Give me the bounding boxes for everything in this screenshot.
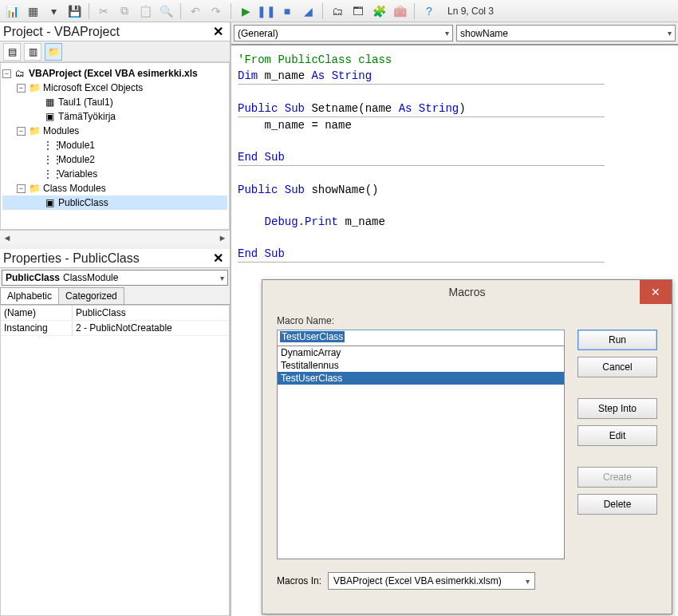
view-folder-icon[interactable]: 📁 xyxy=(45,43,62,61)
folder-icon: 📁 xyxy=(28,82,41,93)
group-label: Modules xyxy=(43,125,79,136)
item-label: TämäTyökirja xyxy=(58,111,116,122)
tab-categorized[interactable]: Categorized xyxy=(58,287,124,304)
close-icon[interactable]: ✕ xyxy=(210,251,227,266)
delete-button[interactable]: Delete xyxy=(577,494,657,515)
item-label: Module1 xyxy=(58,140,95,151)
tree-item-module2[interactable]: ⋮⋮ Module2 xyxy=(2,152,227,167)
chevron-down-icon: ▾ xyxy=(526,577,530,586)
help-icon[interactable]: ? xyxy=(420,2,438,20)
collapse-icon[interactable]: − xyxy=(17,184,26,193)
design-icon[interactable]: ◢ xyxy=(299,2,317,20)
tree-group-class-modules[interactable]: − 📁 Class Modules xyxy=(2,181,227,195)
tree-item-module1[interactable]: ⋮⋮ Module1 xyxy=(2,138,227,152)
tree-item-publicclass[interactable]: ▣ PublicClass xyxy=(2,195,227,210)
property-key: (Name) xyxy=(1,306,73,320)
copy-icon[interactable]: ⧉ xyxy=(116,2,133,20)
object-name: PublicClass xyxy=(6,272,60,283)
save-icon[interactable]: 💾 xyxy=(65,2,83,20)
separator xyxy=(89,3,89,19)
collapse-icon[interactable]: − xyxy=(2,69,11,78)
separator xyxy=(180,3,181,19)
create-button[interactable]: Create xyxy=(577,467,657,488)
list-item[interactable]: Testitallennus xyxy=(278,359,564,372)
project-icon[interactable]: 🗂 xyxy=(329,2,346,20)
tree-item-taul1[interactable]: ▦ Taul1 (Taul1) xyxy=(2,95,227,109)
project-tree[interactable]: − 🗂 VBAProject (Excel VBA esimerkki.xls … xyxy=(0,62,230,230)
redo-icon[interactable]: ↷ xyxy=(207,2,225,20)
tree-item-variables[interactable]: ⋮⋮ Variables xyxy=(2,167,227,181)
macros-dialog: Macros ✕ Macro Name: TestUserClass Dynam… xyxy=(262,279,672,614)
cut-icon[interactable]: ✂ xyxy=(95,2,112,20)
excel-icon[interactable]: 📊 xyxy=(3,2,21,20)
workbook-icon: ▣ xyxy=(43,111,56,122)
step-into-button[interactable]: Step Into xyxy=(577,398,657,419)
properties-icon[interactable]: 🗔 xyxy=(349,2,367,20)
scroll-left-icon[interactable]: ◄ xyxy=(2,233,13,243)
tree-group-excel-objects[interactable]: − 📁 Microsoft Excel Objects xyxy=(2,81,227,95)
list-item[interactable]: TestUserClass xyxy=(278,372,564,385)
close-icon[interactable]: ✕ xyxy=(210,24,227,39)
run-icon[interactable]: ▶ xyxy=(237,2,254,20)
view-object-icon[interactable]: ▥ xyxy=(24,43,41,61)
collapse-icon[interactable]: − xyxy=(17,127,26,136)
tree-root[interactable]: − 🗂 VBAProject (Excel VBA esimerkki.xls xyxy=(2,66,227,81)
macro-name-input[interactable]: TestUserClass xyxy=(277,330,565,346)
view-icon[interactable]: ▦ xyxy=(24,2,41,20)
tree-group-modules[interactable]: − 📁 Modules xyxy=(2,124,227,138)
procedure-combo-value: showName xyxy=(460,28,508,39)
item-label: Variables xyxy=(58,168,97,180)
object-combo[interactable]: (General) ▾ xyxy=(234,25,453,41)
stop-icon[interactable]: ■ xyxy=(278,2,296,20)
property-value[interactable]: 2 - PublicNotCreatable xyxy=(73,321,229,335)
tree-item-workbook[interactable]: ▣ TämäTyökirja xyxy=(2,109,227,124)
toolbox-icon[interactable]: 🧰 xyxy=(391,2,408,20)
collapse-icon[interactable]: − xyxy=(17,84,26,93)
dropdown-icon[interactable]: ▾ xyxy=(45,2,62,20)
group-label: Class Modules xyxy=(43,183,106,194)
object-icon[interactable]: 🧩 xyxy=(370,2,388,20)
view-code-icon[interactable]: ▤ xyxy=(3,43,21,61)
edit-button[interactable]: Edit xyxy=(577,425,657,446)
separator xyxy=(231,3,231,19)
tree-scrollbar[interactable]: ◄ ► xyxy=(0,230,230,244)
dialog-title: Macros xyxy=(262,286,672,298)
group-label: Microsoft Excel Objects xyxy=(43,82,143,93)
undo-icon[interactable]: ↶ xyxy=(187,2,204,20)
scroll-right-icon[interactable]: ► xyxy=(217,233,228,243)
cancel-button[interactable]: Cancel xyxy=(577,357,657,377)
project-view-bar: ▤ ▥ 📁 xyxy=(0,41,230,62)
properties-pane-header: Properties - PublicClass ✕ xyxy=(0,249,230,268)
procedure-combo[interactable]: showName ▾ xyxy=(456,25,676,41)
property-row[interactable]: Instancing 2 - PublicNotCreatable xyxy=(1,321,229,336)
separator xyxy=(414,3,415,19)
macro-list[interactable]: DynamicArray Testitallennus TestUserClas… xyxy=(277,346,565,559)
macros-in-select[interactable]: VBAProject (Excel VBA esimerkki.xlsm) ▾ xyxy=(328,572,535,590)
item-label: Module2 xyxy=(58,154,95,165)
run-button[interactable]: Run xyxy=(577,330,657,350)
properties-grid[interactable]: (Name) PublicClass Instancing 2 - Public… xyxy=(0,305,230,616)
project-title: Project - VBAProject xyxy=(3,25,210,39)
property-row[interactable]: (Name) PublicClass xyxy=(1,306,229,321)
pause-icon[interactable]: ❚❚ xyxy=(258,2,275,20)
object-combo-value: (General) xyxy=(238,28,278,39)
object-selector[interactable]: PublicClass ClassModule ▾ xyxy=(2,270,228,286)
property-value[interactable]: PublicClass xyxy=(73,306,229,320)
tab-alphabetic[interactable]: Alphabetic xyxy=(0,287,59,304)
dialog-titlebar[interactable]: Macros ✕ xyxy=(262,280,672,304)
editor-combo-row: (General) ▾ showName ▾ xyxy=(231,22,678,45)
module-icon: ⋮⋮ xyxy=(43,168,56,180)
project-root-label: VBAProject (Excel VBA esimerkki.xls xyxy=(29,68,198,79)
properties-tabs: Alphabetic Categorized xyxy=(0,287,230,305)
property-key: Instancing xyxy=(1,321,73,335)
properties-title: Properties - PublicClass xyxy=(3,251,210,266)
item-label: PublicClass xyxy=(58,197,108,208)
chevron-down-icon: ▾ xyxy=(220,274,224,282)
class-icon: ▣ xyxy=(43,197,56,208)
close-button[interactable]: ✕ xyxy=(640,280,672,304)
main-toolbar: 📊 ▦ ▾ 💾 ✂ ⧉ 📋 🔍 ↶ ↷ ▶ ❚❚ ■ ◢ 🗂 🗔 🧩 🧰 ? L… xyxy=(0,0,678,22)
find-icon[interactable]: 🔍 xyxy=(157,2,175,20)
paste-icon[interactable]: 📋 xyxy=(136,2,154,20)
macro-name-label: Macro Name: xyxy=(277,315,565,326)
list-item[interactable]: DynamicArray xyxy=(278,346,564,359)
